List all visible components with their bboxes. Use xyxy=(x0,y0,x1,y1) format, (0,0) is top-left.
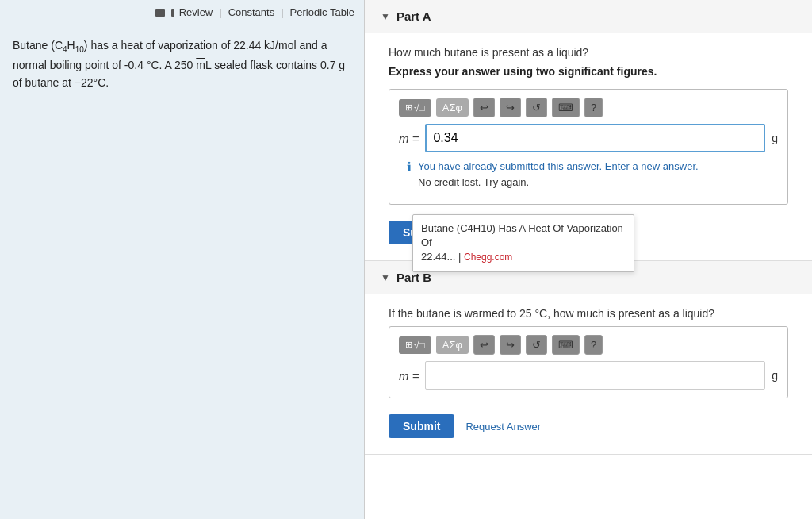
review-icon2 xyxy=(171,9,174,17)
formula-button[interactable]: ⊞ √□ xyxy=(399,99,431,117)
keyboard-button[interactable]: ⌨ xyxy=(552,98,580,117)
alert-message: You have already submitted this answer. … xyxy=(418,159,699,190)
tooltip-text: Butane (C4H10) Has A Heat Of Vaporizatio… xyxy=(421,222,623,263)
alert-line2: No credit lost. Try again. xyxy=(418,176,529,188)
part-b-formula-button[interactable]: ⊞ √□ xyxy=(399,336,431,354)
part-a-math-toolbar: ⊞ √□ ΑΣφ ↩ ↪ ↺ ⌨ ? xyxy=(399,98,778,117)
part-b-refresh-button[interactable]: ↺ xyxy=(526,335,547,355)
part-a-question: How much butane is present as a liquid? xyxy=(389,46,788,59)
part-b-help-button[interactable]: ? xyxy=(584,335,603,355)
sep1: | xyxy=(219,6,221,18)
part-b-title: Part B xyxy=(396,271,431,284)
part-b-section: ▼ Part B If the butane is warmed to 25 °… xyxy=(365,261,812,455)
undo-button[interactable]: ↩ xyxy=(473,98,495,117)
left-panel: Review | Constants | Periodic Table Buta… xyxy=(0,0,365,519)
part-b-action-row: Submit Request Answer xyxy=(389,406,788,438)
part-b-input-label: m = xyxy=(399,369,419,383)
part-a-header[interactable]: ▼ Part A xyxy=(365,0,812,33)
part-a-answer-box: ⊞ √□ ΑΣφ ↩ ↪ ↺ ⌨ ? m = g ℹ xyxy=(389,89,788,205)
part-b-undo-button[interactable]: ↩ xyxy=(473,335,495,355)
part-a-input-label: m = xyxy=(399,132,419,145)
problem-text: Butane (C4H10) has a heat of vaporizatio… xyxy=(0,25,364,103)
part-b-body: If the butane is warmed to 25 °C, how mu… xyxy=(365,294,812,438)
part-b-greek-button[interactable]: ΑΣφ xyxy=(436,336,469,354)
part-b-request-answer-link[interactable]: Request Answer xyxy=(465,421,541,432)
part-b-math-toolbar: ⊞ √□ ΑΣφ ↩ ↪ ↺ ⌨ ? xyxy=(399,335,778,355)
refresh-button[interactable]: ↺ xyxy=(526,98,547,117)
periodic-table-link[interactable]: Periodic Table xyxy=(290,6,354,18)
chegg-link[interactable]: Chegg.com xyxy=(464,252,512,263)
right-panel: ▼ Part A How much butane is present as a… xyxy=(365,0,812,519)
part-a-alert: ℹ You have already submitted this answer… xyxy=(399,152,778,196)
part-a-instruction: Express your answer using two significan… xyxy=(389,65,788,78)
part-a-arrow: ▼ xyxy=(381,11,390,22)
part-b-redo-button[interactable]: ↪ xyxy=(500,335,521,355)
alert-icon: ℹ xyxy=(407,160,412,175)
part-b-question: If the butane is warmed to 25 °C, how mu… xyxy=(389,307,788,320)
part-a-body: How much butane is present as a liquid? … xyxy=(365,33,812,244)
constants-link[interactable]: Constants xyxy=(228,6,275,18)
sep2: | xyxy=(281,6,283,18)
review-icon xyxy=(155,9,165,17)
help-button[interactable]: ? xyxy=(584,98,603,117)
greek-button[interactable]: ΑΣφ xyxy=(436,98,469,117)
redo-button[interactable]: ↪ xyxy=(500,98,521,117)
part-a-title: Part A xyxy=(396,10,431,23)
part-b-input[interactable] xyxy=(425,361,765,390)
part-b-keyboard-button[interactable]: ⌨ xyxy=(552,335,580,355)
part-a-input[interactable] xyxy=(425,124,765,152)
part-b-answer-box: ⊞ √□ ΑΣφ ↩ ↪ ↺ ⌨ ? m = g xyxy=(389,326,788,398)
part-b-input-row: m = g xyxy=(399,361,778,390)
review-link[interactable]: Review xyxy=(179,6,213,18)
part-b-unit: g xyxy=(772,369,778,382)
toolbar: Review | Constants | Periodic Table xyxy=(0,0,364,25)
alert-line1: You have already submitted this answer. … xyxy=(418,160,699,172)
part-a-input-row: m = g xyxy=(399,124,778,152)
tooltip: Butane (C4H10) Has A Heat Of Vaporizatio… xyxy=(412,214,634,272)
part-a-unit: g xyxy=(772,132,778,144)
part-a-section: ▼ Part A How much butane is present as a… xyxy=(365,0,812,261)
part-b-submit-button[interactable]: Submit xyxy=(389,414,454,438)
part-b-arrow: ▼ xyxy=(381,272,390,283)
